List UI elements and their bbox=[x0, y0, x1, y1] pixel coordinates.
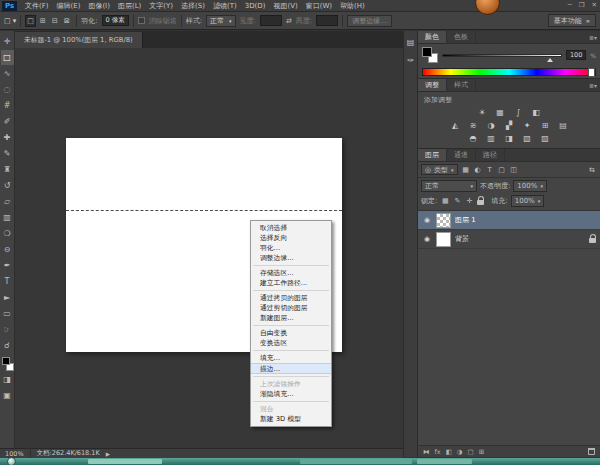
menu-item[interactable]: 3D(D) bbox=[241, 2, 270, 10]
panel-menu-icon[interactable]: ≣▾ bbox=[589, 31, 600, 43]
filter-icon-type-layer-filter[interactable]: T bbox=[485, 165, 495, 175]
lock-all-icon[interactable] bbox=[477, 200, 484, 205]
adjustment-icon-posterize[interactable]: ▥ bbox=[484, 133, 498, 144]
layers-action-icon-link-layers[interactable]: ⧓ bbox=[423, 448, 430, 456]
layer-name[interactable]: 图层 1 bbox=[455, 215, 476, 225]
adjustment-icon-brightness-contrast[interactable]: ☀ bbox=[475, 107, 489, 118]
filter-icon-shape-layer-filter[interactable]: ▢ bbox=[497, 165, 507, 175]
tool-button-hand[interactable]: ☞ bbox=[1, 322, 14, 337]
zoom-level-field[interactable]: 100% bbox=[5, 450, 24, 458]
tool-preset-picker[interactable]: □ ▾ bbox=[4, 17, 16, 25]
panel-menu-icon[interactable]: ≣▾ bbox=[589, 79, 600, 91]
context-menu-item[interactable]: 调整边缘... bbox=[251, 253, 331, 263]
feather-input[interactable]: 0 像素 bbox=[102, 15, 129, 26]
close-button[interactable]: ✕ bbox=[592, 1, 597, 9]
workspace-switcher[interactable]: 基本功能 ≡ bbox=[548, 14, 596, 27]
height-input[interactable] bbox=[316, 15, 338, 26]
taskbar-item[interactable] bbox=[417, 459, 472, 464]
context-menu-item[interactable]: 新建 3D 模型 bbox=[251, 414, 331, 424]
minimize-button[interactable]: ─ bbox=[568, 1, 572, 9]
tool-button-rectangle-shape[interactable]: ▭ bbox=[1, 306, 14, 321]
status-menu-arrow-icon[interactable]: ▶ bbox=[106, 451, 110, 457]
canvas-area[interactable] bbox=[15, 48, 403, 448]
context-menu-item[interactable]: 取消选择 bbox=[251, 223, 331, 233]
tool-button-eraser[interactable]: ▱ bbox=[1, 194, 14, 209]
context-menu-item[interactable]: 自由变换 bbox=[251, 328, 331, 338]
context-menu-item[interactable]: 渐隐填充... bbox=[251, 389, 331, 399]
adjustment-icon-selective-color[interactable]: ▨ bbox=[538, 133, 552, 144]
tool-button-history-brush[interactable]: ↺ bbox=[1, 178, 14, 193]
taskbar-item[interactable] bbox=[88, 459, 162, 464]
context-menu-item[interactable]: 通过拷贝的图层 bbox=[251, 293, 331, 303]
slider-handle-icon[interactable] bbox=[547, 58, 553, 62]
tool-button-type[interactable]: T bbox=[1, 274, 14, 289]
grayscale-slider[interactable] bbox=[442, 54, 562, 57]
visibility-eye-icon[interactable]: ◉ bbox=[422, 235, 432, 243]
menu-item[interactable]: 视图(V) bbox=[269, 1, 301, 11]
layer-thumbnail[interactable] bbox=[436, 213, 451, 228]
swap-dimensions-icon[interactable]: ⇄ bbox=[286, 17, 292, 25]
tool-button-dodge[interactable]: ⊖ bbox=[1, 242, 14, 257]
tool-button-blur[interactable]: ❍ bbox=[1, 226, 14, 241]
layers-action-icon-add-layer-mask[interactable]: ◧ bbox=[446, 448, 452, 456]
layers-action-icon-new-group[interactable]: ▢ bbox=[467, 448, 473, 456]
taskbar-item[interactable] bbox=[300, 459, 412, 464]
lock-icon-lock-transparent-pixels[interactable]: ▦ bbox=[440, 196, 450, 206]
adjustment-icon-color-lookup[interactable]: ▤ bbox=[556, 120, 570, 131]
context-menu-item[interactable]: 描边... bbox=[251, 363, 331, 374]
layers-tab[interactable]: 路径 bbox=[476, 149, 505, 161]
color-spectrum-ramp[interactable] bbox=[422, 68, 596, 76]
tool-button-healing-brush[interactable]: ✚ bbox=[1, 130, 14, 145]
adjustment-icon-curves[interactable]: ∫ bbox=[511, 107, 525, 118]
foreground-color-chip[interactable] bbox=[2, 357, 10, 365]
context-menu-item[interactable]: 填充... bbox=[251, 353, 331, 363]
visibility-eye-icon[interactable]: ◉ bbox=[422, 216, 432, 224]
layers-tab[interactable]: 通道 bbox=[447, 149, 476, 161]
layer-row-background[interactable]: ◉ 背景 bbox=[418, 230, 600, 249]
selection-mode-icon-subtract-from-selection[interactable]: ⊟ bbox=[49, 15, 60, 27]
tool-button-pen[interactable]: ✒ bbox=[1, 258, 14, 273]
document-tab[interactable]: 未标题-1 @ 100%(图层 1, RGB/8) bbox=[15, 32, 143, 48]
adjustment-icon-photo-filter[interactable]: ✦ bbox=[520, 120, 534, 131]
layers-action-icon-layer-style[interactable]: fx bbox=[435, 448, 441, 456]
tool-button-path-selection[interactable]: ► bbox=[1, 290, 14, 305]
white-swatch[interactable] bbox=[588, 68, 595, 77]
selection-mode-icon-add-to-selection[interactable]: ⊞ bbox=[37, 15, 48, 27]
filter-type-select[interactable]: ◎ 类型 ▾ bbox=[421, 164, 458, 175]
context-menu-item[interactable]: 混合 bbox=[251, 404, 331, 414]
adjustment-icon-gradient-map[interactable]: ▧ bbox=[520, 133, 534, 144]
adjustment-icon-vibrance[interactable]: ◭ bbox=[448, 120, 462, 131]
context-menu-item[interactable]: 上次滤镜操作 bbox=[251, 379, 331, 389]
tab-swatches[interactable]: 色板 bbox=[447, 31, 476, 43]
antialias-checkbox[interactable] bbox=[138, 17, 145, 24]
adjustment-icon-channel-mixer[interactable]: ⊞ bbox=[538, 120, 552, 131]
delete-layer-icon[interactable] bbox=[588, 448, 595, 455]
slider-value-field[interactable]: 100 bbox=[566, 50, 586, 60]
lock-icon-lock-position[interactable]: ✛ bbox=[464, 196, 474, 206]
menu-item[interactable]: 帮助(H) bbox=[336, 1, 369, 11]
layer-name[interactable]: 背景 bbox=[455, 234, 469, 244]
tool-button-rectangular-marquee[interactable]: □ bbox=[1, 50, 14, 65]
tool-button-brush[interactable]: ✎ bbox=[1, 146, 14, 161]
tool-button-move[interactable]: ✛ bbox=[1, 34, 14, 49]
filter-toggle-icon[interactable]: ⇆ bbox=[587, 165, 597, 175]
menu-item[interactable]: 图层(L) bbox=[114, 1, 145, 11]
menu-item[interactable]: 滤镜(T) bbox=[209, 1, 241, 11]
tool-button-eyedropper[interactable]: ✐ bbox=[1, 114, 14, 129]
layer-row-layer1[interactable]: ◉ 图层 1 bbox=[418, 211, 600, 230]
adjustment-icon-invert[interactable]: ◓ bbox=[466, 133, 480, 144]
layers-action-icon-new-layer[interactable]: ⊞ bbox=[479, 448, 484, 456]
layers-action-icon-new-adjustment-layer[interactable]: ◑ bbox=[457, 448, 463, 456]
tab-styles[interactable]: 样式 bbox=[447, 79, 476, 91]
tab-color[interactable]: 颜色 bbox=[418, 31, 447, 43]
menu-item[interactable]: 文件(F) bbox=[21, 1, 53, 11]
context-menu-item[interactable]: 选择反向 bbox=[251, 233, 331, 243]
tool-button-gradient[interactable]: ▥ bbox=[1, 210, 14, 225]
tool-button-lasso[interactable]: ∿ bbox=[1, 66, 14, 81]
width-input[interactable] bbox=[260, 15, 282, 26]
adjustment-icon-exposure[interactable]: ◧ bbox=[529, 107, 543, 118]
filter-icon-smart-object-filter[interactable]: ◫ bbox=[509, 165, 519, 175]
tool-button-crop[interactable]: # bbox=[1, 98, 14, 113]
tool-button-clone-stamp[interactable]: ♜ bbox=[1, 162, 14, 177]
adjustment-icon-hue-saturation[interactable]: ≋ bbox=[466, 120, 480, 131]
